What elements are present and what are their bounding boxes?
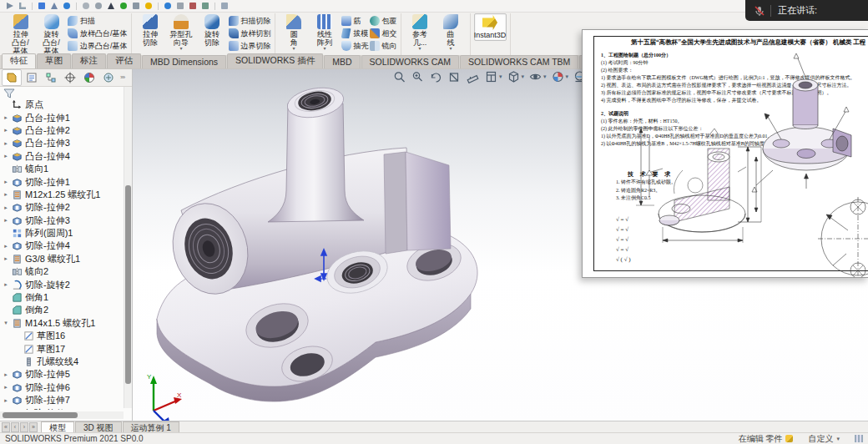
filter-icon[interactable] bbox=[3, 88, 15, 98]
hole-wizard-button[interactable]: 异型孔 向导▾ bbox=[166, 13, 197, 52]
tree-item[interactable]: 原点 bbox=[0, 98, 124, 111]
document-tab-运动算例 1[interactable]: 运动算例 1 bbox=[123, 421, 179, 433]
revolve-boss-button[interactable]: 旋转 凸台/ 基体 bbox=[36, 13, 67, 56]
status-grid-icon[interactable] bbox=[855, 435, 863, 442]
extrude-boss-button[interactable]: 拉伸 凸台/ 基体 bbox=[5, 13, 36, 56]
sweep-button[interactable]: 扫描 bbox=[68, 15, 128, 27]
tree-item[interactable]: ▸凸台-拉伸3 bbox=[0, 137, 124, 149]
tab-scroll-buttons[interactable]: « ‹ › » bbox=[2, 422, 38, 432]
intersect-button[interactable]: 相交 bbox=[370, 28, 397, 39]
blue-panel-icon[interactable] bbox=[38, 3, 45, 9]
tree-item[interactable]: ▸G3/8 螺纹孔1 bbox=[0, 253, 124, 265]
loft-button[interactable]: 放样凸台/基体 bbox=[68, 28, 128, 39]
linear-pattern-button[interactable]: 线性 阵列▾ bbox=[310, 13, 341, 52]
tree-item[interactable]: ▸切除-拉伸4 bbox=[0, 240, 124, 252]
blue-tool-icon[interactable] bbox=[164, 3, 171, 9]
mirror-button[interactable]: 镜向 bbox=[370, 40, 397, 52]
extrude-cut-button[interactable]: 拉伸 切除 bbox=[135, 13, 166, 48]
tree-item[interactable]: 倒角1 bbox=[0, 291, 124, 304]
corner-tool-icon[interactable] bbox=[19, 3, 26, 9]
tree-expand-arrow[interactable]: ▸ bbox=[3, 281, 9, 288]
tree-expand-arrow[interactable]: ▸ bbox=[3, 127, 9, 134]
tree-expand-arrow[interactable]: ▸ bbox=[3, 140, 9, 147]
tab-SOLIDWORKS 插件[interactable]: SOLIDWORKS 插件 bbox=[227, 53, 323, 68]
tab-scroll-last[interactable]: » bbox=[29, 422, 38, 432]
panel-tab-property-manager[interactable] bbox=[23, 70, 41, 85]
teal-tool-icon[interactable] bbox=[202, 3, 209, 9]
wrap-button[interactable]: 包覆 bbox=[370, 15, 397, 27]
panel-tab-configuration-manager[interactable] bbox=[42, 70, 60, 85]
tree-item[interactable]: ▸切除-拉伸1 bbox=[0, 175, 124, 188]
tree-item[interactable]: ▸切除-拉伸7 bbox=[0, 394, 124, 406]
tree-item[interactable]: ▸M12x1.25 螺纹孔1 bbox=[0, 189, 124, 201]
green-dot-icon[interactable] bbox=[120, 3, 127, 9]
tree-item[interactable]: 倒角2 bbox=[0, 304, 124, 316]
gray-dot-1-icon[interactable] bbox=[83, 3, 89, 9]
tree-vertical-scrollbar[interactable] bbox=[124, 87, 132, 408]
dark-arrow-icon[interactable] bbox=[108, 3, 114, 9]
instant3d-button[interactable]: Instant3D bbox=[474, 13, 507, 41]
document-tab-模型[interactable]: 模型 bbox=[41, 421, 74, 433]
fillet-button[interactable]: 圆 角▾ bbox=[279, 13, 310, 52]
tree-expand-arrow[interactable]: ▸ bbox=[3, 255, 9, 262]
tree-item[interactable]: 孔螺纹线4 bbox=[0, 356, 124, 368]
reference-geometry-button[interactable]: 参考 几...▾ bbox=[405, 13, 436, 52]
tab-MBD Dimensions[interactable]: MBD Dimensions bbox=[142, 55, 226, 68]
bars-tool-icon[interactable] bbox=[177, 3, 184, 9]
tree-item[interactable]: ▸切除-拉伸3 bbox=[0, 214, 124, 227]
tab-scroll-next[interactable]: › bbox=[20, 422, 28, 432]
status-custom[interactable]: 自定义▾ bbox=[808, 433, 840, 444]
tree-item[interactable]: 镜向1 bbox=[0, 163, 124, 175]
tree-expand-arrow[interactable]: ▸ bbox=[3, 217, 9, 224]
loft-cut-button[interactable]: 放样切割 bbox=[229, 28, 271, 39]
tree-item[interactable]: ▸凸台-拉伸2 bbox=[0, 124, 124, 137]
tab-MBD[interactable]: MBD bbox=[324, 55, 360, 68]
tree-horizontal-scrollbar[interactable] bbox=[0, 411, 124, 419]
tree-expand-arrow[interactable]: ▾ bbox=[3, 320, 9, 326]
tree-expand-arrow[interactable]: ▸ bbox=[3, 243, 9, 250]
tree-expand-arrow[interactable]: ▸ bbox=[3, 397, 9, 404]
panel-tab-display-manager[interactable] bbox=[80, 70, 98, 85]
play-icon[interactable] bbox=[7, 3, 13, 9]
tab-scroll-first[interactable]: « bbox=[2, 422, 10, 432]
tree-expand-arrow[interactable]: ▸ bbox=[3, 191, 9, 198]
tree-item[interactable]: ▸切除-拉伸2 bbox=[0, 201, 124, 214]
tab-标注[interactable]: 标注 bbox=[72, 53, 106, 68]
tab-SOLIDWORKS CAM[interactable]: SOLIDWORKS CAM bbox=[361, 55, 459, 68]
tree-item[interactable]: 草图17 bbox=[0, 342, 124, 355]
tree-item[interactable]: ▸切除-拉伸5 bbox=[0, 368, 124, 381]
red-tool-icon[interactable] bbox=[189, 3, 196, 9]
tree-expand-arrow[interactable]: ▸ bbox=[3, 153, 9, 159]
rib-button[interactable]: 筋 bbox=[341, 15, 369, 27]
draft-button[interactable]: 拔模 bbox=[341, 28, 369, 39]
tree-item[interactable]: 镜向2 bbox=[0, 265, 124, 278]
tab-SOLIDWORKS CAM TBM[interactable]: SOLIDWORKS CAM TBM bbox=[460, 55, 578, 68]
tree-item[interactable]: ▸凸台-拉伸4 bbox=[0, 150, 124, 163]
tab-草图[interactable]: 草图 bbox=[37, 53, 71, 68]
tree-item[interactable]: 草图16 bbox=[0, 330, 124, 342]
document-tab-3D 视图[interactable]: 3D 视图 bbox=[75, 421, 122, 433]
panel-tab-feature-manager[interactable] bbox=[2, 69, 22, 86]
tree-item[interactable]: ▸切除-旋转2 bbox=[0, 278, 124, 290]
tree-item[interactable]: ▸凸台-拉伸1 bbox=[0, 111, 124, 124]
boundary-button[interactable]: 边界凸台/基体 bbox=[68, 40, 128, 52]
tree-expand-arrow[interactable]: ▸ bbox=[3, 114, 9, 121]
yellow-dot-icon[interactable] bbox=[145, 3, 152, 9]
tree-item[interactable]: ▾M14x1.5 螺纹孔1 bbox=[0, 317, 124, 330]
triangle-tool-icon[interactable] bbox=[51, 3, 58, 9]
panel-tab-overflow-icon[interactable]: ›» bbox=[120, 73, 124, 81]
curves-button[interactable]: 曲 线▾ bbox=[436, 13, 467, 52]
boundary-cut-button[interactable]: 边界切除 bbox=[229, 40, 271, 52]
reference-drawing-window[interactable]: 第十五届“高教杯”全国大学生先进成图技术与产品信息建模大赛（省赛） 机械类 工程… bbox=[582, 29, 868, 278]
m-tool-icon[interactable] bbox=[133, 3, 139, 9]
tree-item[interactable]: ▸切除-拉伸8 bbox=[0, 406, 124, 410]
tree-item[interactable]: 阵列(圆周)1 bbox=[0, 227, 124, 240]
panel-tab-dimxpert-manager[interactable] bbox=[61, 70, 79, 85]
tree-expand-arrow[interactable]: ▸ bbox=[3, 179, 9, 185]
revolve-cut-button[interactable]: 旋转 切除 bbox=[197, 13, 228, 48]
tree-expand-arrow[interactable]: ▸ bbox=[3, 384, 9, 391]
tab-评估[interactable]: 评估 bbox=[107, 53, 141, 68]
gray-dot-2-icon[interactable] bbox=[95, 3, 102, 9]
tab-scroll-prev[interactable]: ‹ bbox=[11, 422, 19, 432]
panel-tab-cam-tree[interactable] bbox=[99, 70, 118, 85]
